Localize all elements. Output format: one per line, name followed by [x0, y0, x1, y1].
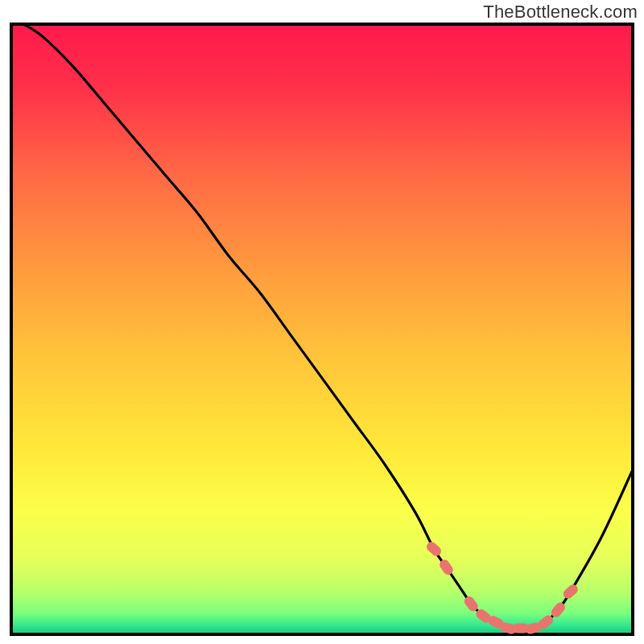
- watermark-text: TheBottleneck.com: [483, 2, 638, 23]
- bottleneck-chart: [0, 0, 644, 644]
- chart-container: TheBottleneck.com: [0, 0, 644, 644]
- gradient-background: [11, 24, 633, 634]
